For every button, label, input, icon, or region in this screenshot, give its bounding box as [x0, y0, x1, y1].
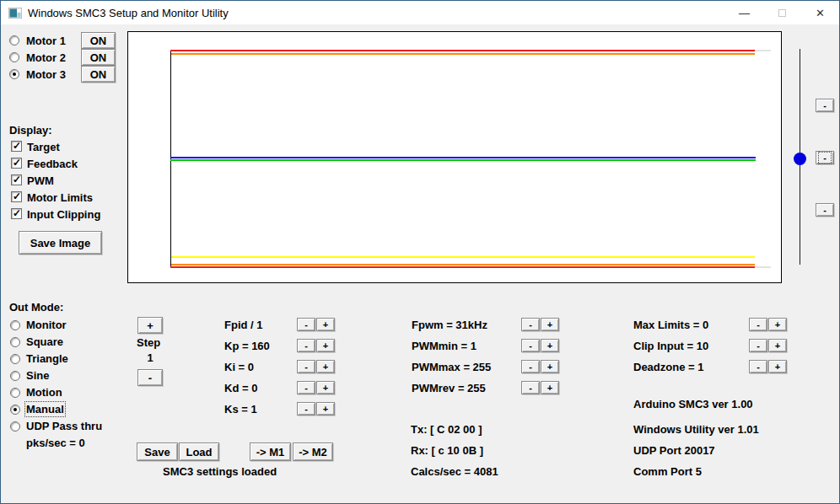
- to-m2-button[interactable]: -> M2: [293, 442, 333, 461]
- max-limits-plus-button[interactable]: +: [768, 318, 787, 331]
- save-button[interactable]: Save: [137, 442, 178, 461]
- fpwm-minus-button[interactable]: -: [521, 318, 540, 331]
- scale-upper-minus-button[interactable]: -: [816, 99, 834, 112]
- motor2-label: Motor 2: [26, 51, 66, 64]
- step-plus-button[interactable]: +: [137, 317, 163, 334]
- step-label: Step: [137, 336, 160, 349]
- fpid-plus-button[interactable]: +: [316, 318, 335, 331]
- deadzone-minus-button[interactable]: -: [749, 360, 767, 373]
- kp-plus-button[interactable]: +: [316, 339, 335, 352]
- out-mode-triangle-radio[interactable]: [10, 354, 20, 364]
- feedback-checkbox-label: Feedback: [27, 158, 78, 170]
- display-section-label: Display:: [9, 124, 52, 137]
- chart-line-cursor-gray-top: [755, 50, 771, 51]
- max-limits-minus-button[interactable]: -: [749, 318, 767, 331]
- chart-line-cursor-gray-bottom: [755, 266, 771, 268]
- ki-value: Ki = 0: [224, 361, 254, 373]
- scale-center-button-label: -: [820, 153, 830, 163]
- kd-minus-button[interactable]: -: [297, 381, 315, 394]
- chart-line-pwm-yellow: [171, 256, 755, 258]
- pwmmax-minus-button[interactable]: -: [521, 360, 540, 373]
- rx-readout: Rx: [ c 10 0B ]: [411, 444, 483, 457]
- input-clipping-checkbox-label: Input Clipping: [27, 208, 100, 221]
- pwmmax-value: PWMmax = 255: [412, 361, 491, 373]
- scale-slider-knob[interactable]: [794, 153, 806, 165]
- motor-limits-checkbox[interactable]: [11, 191, 22, 202]
- ki-plus-button[interactable]: +: [316, 360, 335, 373]
- step-minus-button[interactable]: -: [137, 369, 163, 386]
- motor1-radio[interactable]: [9, 35, 19, 46]
- out-mode-square-radio[interactable]: [10, 337, 20, 347]
- target-checkbox-label: Target: [27, 141, 60, 153]
- kd-plus-button[interactable]: +: [316, 381, 335, 394]
- maximize-button[interactable]: [763, 1, 801, 24]
- title-bar: Windows SMC3 Setup and Monitor Utility —…: [1, 1, 839, 24]
- kd-value: Kd = 0: [224, 382, 257, 394]
- feedback-checkbox[interactable]: [11, 158, 22, 169]
- out-mode-udp-label: UDP Pass thru: [26, 420, 102, 432]
- clip-input-minus-button[interactable]: -: [749, 339, 767, 352]
- chart-line-lower-limit-red: [170, 266, 756, 268]
- to-m1-button[interactable]: -> M1: [250, 442, 291, 461]
- fpwm-plus-button[interactable]: +: [541, 318, 559, 331]
- ks-plus-button[interactable]: +: [316, 402, 335, 416]
- pwmmin-minus-button[interactable]: -: [521, 339, 540, 352]
- deadzone-plus-button[interactable]: +: [768, 360, 787, 373]
- out-mode-motion-radio[interactable]: [10, 388, 20, 398]
- chart-line-lower-limit-orange: [171, 264, 755, 265]
- ks-value: Ks = 1: [224, 403, 257, 416]
- minimize-button[interactable]: —: [725, 1, 763, 24]
- out-mode-manual-radio[interactable]: [10, 405, 20, 415]
- load-button[interactable]: Load: [179, 442, 219, 461]
- ki-minus-button[interactable]: -: [297, 360, 315, 373]
- motor3-radio[interactable]: [9, 69, 19, 79]
- motor2-radio[interactable]: [9, 52, 19, 62]
- step-value: 1: [137, 351, 164, 364]
- pwmrev-plus-button[interactable]: +: [541, 381, 559, 394]
- motor1-on-button[interactable]: ON: [81, 32, 116, 49]
- udp-port-text: UDP Port 20017: [633, 444, 715, 457]
- kp-minus-button[interactable]: -: [297, 339, 315, 352]
- pwm-checkbox[interactable]: [11, 174, 22, 185]
- minimize-icon: —: [739, 7, 750, 19]
- fpid-minus-button[interactable]: -: [297, 318, 315, 331]
- close-button[interactable]: ✕: [801, 1, 839, 24]
- clip-input-plus-button[interactable]: +: [768, 339, 787, 352]
- tx-readout: Tx: [ C 02 00 ]: [411, 423, 482, 436]
- comm-port-text: Comm Port 5: [633, 465, 702, 478]
- save-image-button[interactable]: Save Image: [19, 231, 102, 255]
- scale-lower-minus-button[interactable]: -: [816, 203, 834, 217]
- pwmrev-value: PWMrev = 255: [412, 382, 486, 394]
- out-mode-monitor-radio[interactable]: [10, 320, 20, 330]
- target-checkbox[interactable]: [11, 141, 22, 152]
- pwmmin-plus-button[interactable]: +: [541, 339, 559, 352]
- pwmmax-plus-button[interactable]: +: [541, 360, 559, 373]
- utility-version-text: Windows Utility ver 1.01: [633, 423, 759, 436]
- ks-minus-button[interactable]: -: [297, 402, 315, 416]
- kp-value: Kp = 160: [224, 340, 270, 352]
- fpwm-value: Fpwm = 31kHz: [412, 319, 487, 331]
- out-mode-udp-radio[interactable]: [10, 421, 20, 432]
- window-title: Windows SMC3 Setup and Monitor Utility: [28, 7, 229, 19]
- deadzone-value: Deadzone = 1: [633, 361, 703, 373]
- calcs-per-sec-readout: Calcs/sec = 4081: [411, 465, 498, 478]
- chart-line-target-blue: [170, 157, 756, 158]
- fpid-value: Fpid / 1: [224, 319, 263, 331]
- out-mode-triangle-label: Triangle: [26, 352, 68, 365]
- max-limits-value: Max Limits = 0: [633, 319, 708, 331]
- pwm-checkbox-label: PWM: [27, 174, 54, 187]
- motor3-label: Motor 3: [26, 68, 66, 81]
- pwmrev-minus-button[interactable]: -: [521, 381, 540, 394]
- motor2-on-button[interactable]: ON: [81, 49, 116, 66]
- chart-line-upper-limit-orange: [171, 53, 755, 55]
- close-icon: ✕: [816, 7, 825, 19]
- out-mode-manual-label: Manual: [26, 403, 64, 416]
- motor-limits-checkbox-label: Motor Limits: [27, 191, 93, 204]
- motor3-on-button[interactable]: ON: [81, 66, 116, 83]
- input-clipping-checkbox[interactable]: [11, 208, 22, 219]
- scale-center-button[interactable]: -: [816, 151, 834, 164]
- pks-per-sec-value: pks/sec = 0: [26, 437, 85, 449]
- pwmmin-value: PWMmin = 1: [412, 340, 477, 352]
- app-window: Windows SMC3 Setup and Monitor Utility —…: [0, 0, 840, 504]
- out-mode-sine-radio[interactable]: [10, 371, 20, 381]
